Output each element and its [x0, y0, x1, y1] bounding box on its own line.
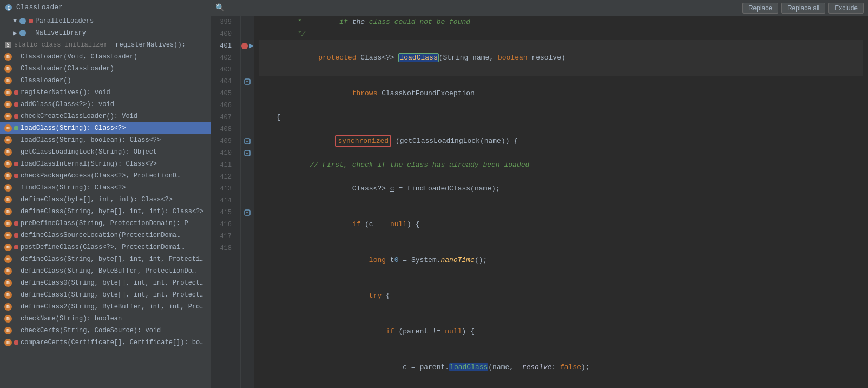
no-lock-spacer	[14, 78, 18, 83]
sidebar-item[interactable]: mcheckPackageAccess(Class<?>, Protection…	[0, 170, 211, 182]
gutter-cell	[241, 88, 254, 100]
current-line-arrow	[249, 43, 253, 49]
sidebar-item[interactable]: mregisterNatives(): void	[0, 87, 211, 98]
sidebar-item[interactable]: mdefineClass0(String, byte[], int, int, …	[0, 277, 211, 289]
line-num: 404	[211, 76, 235, 88]
code-line-406: Class<?> c = findLoadedClass(name);	[259, 171, 863, 207]
sidebar-item-label: checkName(String): boolean	[21, 315, 122, 323]
lock-red-icon	[14, 174, 18, 178]
code-text: {	[259, 111, 280, 123]
search-icon[interactable]: 🔍	[215, 3, 225, 12]
sidebar-item[interactable]: mdefineClass(String, byte[], int, int, P…	[0, 253, 211, 265]
no-lock-spacer	[14, 305, 18, 309]
replace-all-button[interactable]: Replace all	[781, 3, 825, 14]
gutter-cell	[241, 171, 254, 183]
code-text: try {	[259, 278, 390, 314]
lock-red-icon	[14, 102, 18, 107]
gutter	[241, 16, 254, 388]
code-line-411: c = parent.loadClass(name, resolve: fals…	[259, 350, 863, 385]
code-line-405: // First, check if the class has already…	[259, 159, 863, 171]
gutter-cell	[241, 52, 254, 64]
sidebar-item[interactable]: mgetClassLoadingLock(String): Object	[0, 146, 211, 158]
no-lock-spacer	[14, 328, 18, 333]
m-icon: m	[4, 53, 12, 61]
editor-area: 🔍 Replace Replace all Exclude 399 400 40…	[211, 0, 868, 388]
line-num: 418	[211, 242, 235, 254]
sidebar-item-label: static class initializer registerNatives…	[14, 41, 186, 49]
gutter-cell	[241, 183, 254, 195]
sidebar-item[interactable]: mloadClass(String): Class<?>	[0, 122, 211, 134]
fold-icon[interactable]	[241, 147, 254, 159]
code-line-407: if (c == null) {	[259, 207, 863, 242]
replace-button[interactable]: Replace	[742, 3, 778, 14]
sidebar-item[interactable]: mcheckCerts(String, CodeSource): void	[0, 325, 211, 337]
code-line-410: if (parent != null) {	[259, 314, 863, 350]
line-num: 416	[211, 219, 235, 231]
code-area: 399 400 401 402 403 404 405 406 407 408 …	[211, 16, 868, 388]
exclude-button[interactable]: Exclude	[828, 3, 864, 14]
sidebar-item[interactable]: mdefineClass2(String, ByteBuffer, int, i…	[0, 301, 211, 313]
gutter-cell	[241, 231, 254, 242]
line-num: 405	[211, 88, 235, 100]
m-icon: m	[4, 303, 12, 311]
sidebar-item-label: defineClass(byte[], int, int): Class<?>	[21, 196, 173, 203]
sidebar-item[interactable]: mcheckName(String): boolean	[0, 313, 211, 325]
sidebar-item[interactable]: mfindClass(String): Class<?>	[0, 182, 211, 194]
sidebar-item[interactable]: S static class initializer registerNativ…	[0, 39, 211, 51]
gutter-cell	[241, 28, 254, 40]
code-content[interactable]: * if the class could not be found */ pro…	[254, 16, 868, 388]
fold-icon[interactable]	[241, 135, 254, 147]
fold-icon[interactable]	[241, 207, 254, 219]
m-icon: m	[4, 136, 12, 144]
line-num: 400	[211, 28, 235, 40]
sidebar-item[interactable]: mdefineClass1(String, byte[], int, int, …	[0, 289, 211, 301]
sidebar-item[interactable]: mcompareCerts(Certificate[], Certificate…	[0, 337, 211, 348]
sidebar-item[interactable]: mdefineClass(String, ByteBuffer, Protect…	[0, 265, 211, 277]
no-lock-spacer	[14, 281, 18, 285]
sidebar-header-label: ClassLoader	[16, 3, 63, 11]
code-line-409: try {	[259, 278, 863, 314]
sidebar-item[interactable]: mClassLoader(Void, ClassLoader)	[0, 51, 211, 63]
fold-icon[interactable]	[241, 76, 254, 88]
sidebar-item[interactable]: mloadClassInternal(String): Class<?>	[0, 158, 211, 170]
lock-red-icon	[14, 162, 18, 166]
gutter-cell-breakpoint[interactable]	[241, 40, 254, 52]
code-line-400: */	[259, 28, 863, 40]
line-num: 411	[211, 159, 235, 171]
sidebar-item[interactable]: mdefineClass(String, byte[], int, int): …	[0, 206, 211, 218]
no-lock-spacer	[14, 317, 18, 321]
m-icon: m	[4, 291, 12, 299]
native-library-icon	[19, 29, 27, 37]
svg-point-2	[19, 18, 26, 24]
line-numbers: 399 400 401 402 403 404 405 406 407 408 …	[211, 16, 241, 388]
sidebar-item[interactable]: mClassLoader()	[0, 75, 211, 87]
code-text: if (parent != null) {	[259, 314, 475, 350]
expand-icon: ▶	[13, 29, 17, 37]
sidebar-item[interactable]: ▼ ParallelLoaders	[0, 15, 211, 27]
no-lock-spacer	[14, 186, 18, 190]
sidebar-item-label: checkCerts(String, CodeSource): void	[21, 327, 161, 334]
sidebar-item[interactable]: mpostDefineClass(Class<?>, ProtectionDom…	[0, 241, 211, 253]
code-line-399: * if the class could not be found	[259, 16, 863, 28]
code-line-412: } else {	[259, 385, 863, 388]
sidebar-item[interactable]: mpreDefineClass(String, ProtectionDomain…	[0, 218, 211, 229]
sidebar-item-label: loadClassInternal(String): Class<?>	[21, 160, 157, 168]
m-icon: m	[4, 196, 12, 203]
sidebar-item[interactable]: mdefineClass(byte[], int, int): Class<?>	[0, 194, 211, 206]
sidebar-item[interactable]: maddClass(Class<?>): void	[0, 98, 211, 110]
m-icon: m	[4, 220, 12, 227]
sidebar-item[interactable]: mcheckCreateClassLoader(): Void	[0, 110, 211, 122]
synchronized-highlight: synchronized	[335, 135, 391, 147]
no-lock-spacer	[14, 138, 18, 142]
sidebar-item[interactable]: mdefineClassSourceLocation(ProtectionDom…	[0, 229, 211, 241]
line-num: 415	[211, 207, 235, 219]
sidebar-header: C ClassLoader	[0, 0, 211, 15]
breakpoint-icon[interactable]	[241, 43, 248, 49]
sidebar-item-label: NativeLibrary	[35, 29, 86, 37]
sidebar-item[interactable]: mloadClass(String, boolean): Class<?>	[0, 134, 211, 146]
line-num: 417	[211, 231, 235, 242]
sidebar-item[interactable]: ▶ NativeLibrary	[0, 27, 211, 39]
sidebar-item[interactable]: mClassLoader(ClassLoader)	[0, 63, 211, 75]
sidebar-item-label: preDefineClass(String, ProtectionDomain)…	[21, 220, 188, 227]
code-line-403: {	[259, 111, 863, 123]
